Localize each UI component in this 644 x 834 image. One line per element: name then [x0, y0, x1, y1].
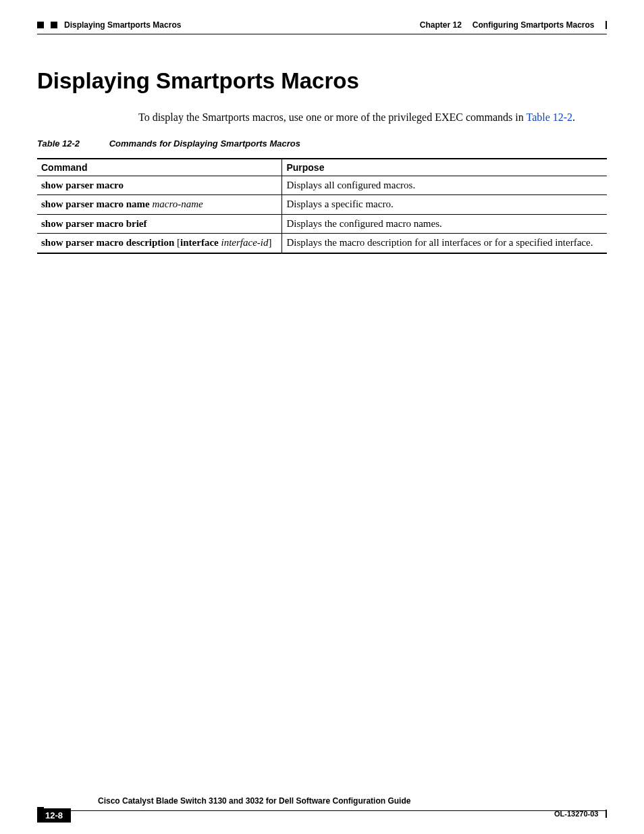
square-marker-icon: [37, 22, 44, 28]
table-row: show parser macro Displays all configure…: [37, 176, 607, 195]
page-footer: Cisco Catalyst Blade Switch 3130 and 303…: [37, 796, 607, 814]
table-row: show parser macro brief Displays the con…: [37, 214, 607, 234]
breadcrumb: Displaying Smartports Macros: [64, 20, 181, 30]
footer-bar: [37, 807, 607, 814]
purpose-cell: Displays the macro description for all i…: [282, 234, 607, 253]
chapter-title: Configuring Smartports Macros: [473, 20, 595, 30]
purpose-cell: Displays a specific macro.: [282, 195, 607, 215]
intro-text: To display the Smartports macros, use on…: [138, 111, 526, 123]
running-header: Displaying Smartports Macros Chapter 12 …: [37, 20, 607, 30]
col-header-purpose: Purpose: [282, 159, 607, 176]
command-arg: interface-id: [221, 237, 269, 248]
table-number: Table 12-2: [37, 138, 80, 149]
divider-icon: [606, 810, 608, 818]
doc-id-text: OL-13270-03: [554, 810, 598, 818]
divider-icon: [606, 21, 608, 29]
chapter-number: Chapter 12: [420, 20, 462, 30]
command-text: show parser macro brief: [41, 218, 147, 229]
command-text: show parser macro description: [41, 237, 177, 248]
table-title: Commands for Displaying Smartports Macro…: [109, 138, 300, 149]
page-title: Displaying Smartports Macros: [37, 68, 607, 94]
table-row: show parser macro description [interface…: [37, 234, 607, 253]
command-arg: macro-name: [152, 199, 203, 209]
command-cell: show parser macro brief: [37, 214, 282, 234]
table-header-row: Command Purpose: [37, 159, 607, 176]
intro-paragraph: To display the Smartports macros, use on…: [138, 110, 607, 125]
intro-text-end: .: [572, 111, 575, 123]
doc-id: OL-13270-03: [554, 810, 607, 818]
header-rule: [37, 34, 607, 34]
document-page: Displaying Smartports Macros Chapter 12 …: [0, 0, 644, 834]
command-cell: show parser macro description [interface…: [37, 234, 282, 253]
header-right: Chapter 12 Configuring Smartports Macros: [420, 20, 607, 30]
command-text: interface: [180, 237, 221, 248]
bracket: ]: [268, 237, 271, 248]
command-cell: show parser macro name macro-name: [37, 195, 282, 215]
purpose-cell: Displays the configured macro names.: [282, 214, 607, 234]
command-text: show parser macro name: [41, 199, 152, 209]
col-header-command: Command: [37, 159, 282, 176]
footer-doc-title: Cisco Catalyst Blade Switch 3130 and 303…: [98, 796, 607, 806]
page-number: 12-8: [37, 808, 71, 823]
commands-table: Command Purpose show parser macro Displa…: [37, 158, 607, 254]
square-marker-icon: [51, 22, 57, 28]
table-row: show parser macro name macro-name Displa…: [37, 195, 607, 215]
purpose-cell: Displays all configured macros.: [282, 176, 607, 195]
header-left: Displaying Smartports Macros: [37, 20, 181, 30]
table-caption: Table 12-2 Commands for Displaying Smart…: [37, 138, 607, 149]
command-cell: show parser macro: [37, 176, 282, 195]
footer-rule: [44, 810, 607, 811]
table-reference-link[interactable]: Table 12-2: [526, 111, 572, 123]
command-text: show parser macro: [41, 180, 124, 190]
